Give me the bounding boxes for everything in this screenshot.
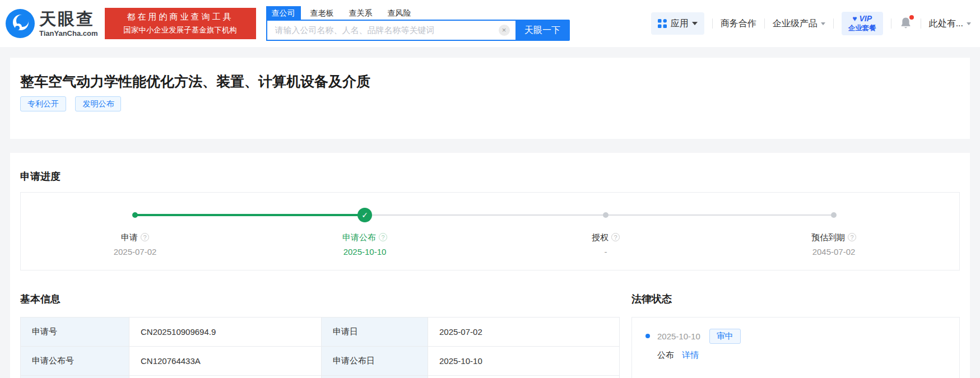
basic-info-section: 基本信息 申请号 CN202510909694.9 申请日 2025-07-02… [20, 292, 619, 378]
legal-event-label: 公布 [657, 350, 674, 360]
legal-status-section: 法律状态 2025-10-10 审中 公布 详情 [631, 292, 960, 378]
application-progress-timeline: ✓ 申请? 2025-07-02 申请公布? 2025-10-10 授权? - … [20, 192, 960, 270]
apps-dropdown[interactable]: 应用 [651, 12, 704, 35]
step-date: - [544, 247, 667, 256]
cell-label: 申请号 [21, 318, 129, 347]
top-bar: 天眼查 TianYanCha.com 都在用的商业查询工具 国家中小企业发展子基… [0, 0, 980, 47]
vip-package-label: 企业套餐 [848, 24, 876, 33]
nav-divider [712, 18, 713, 29]
cell-value [129, 376, 322, 378]
nav-divider [891, 18, 891, 29]
search-tab-risk[interactable]: 查风险 [382, 6, 417, 20]
promo-banner-line2: 国家中小企业发展子基金旗下机构 [105, 25, 256, 35]
table-row: 申请公布号 CN120764433A 申请公布日 2025-10-10 [21, 347, 620, 376]
brand-name: 天眼查 [39, 10, 98, 28]
search-tab-relation[interactable]: 查关系 [343, 6, 378, 20]
nav-biz-cooperation[interactable]: 商务合作 [721, 18, 756, 30]
cell-label: 申请公布号 [21, 347, 129, 376]
search-tab-boss[interactable]: 查老板 [305, 6, 340, 20]
search-input[interactable]: 请输入公司名称、人名、品牌名称等关键词 × [266, 20, 515, 41]
status-badge[interactable]: 审中 [709, 329, 741, 344]
nav-enterprise-products[interactable]: 企业级产品 [773, 18, 825, 30]
search-tab-company[interactable]: 查公司 [266, 6, 301, 20]
chevron-down-icon [821, 22, 825, 25]
table-row: 申请号 CN202510909694.9 申请日 2025-07-02 [21, 318, 620, 347]
vip-heart-icon: ♥ [852, 14, 859, 23]
chevron-down-icon [692, 22, 698, 25]
cell-label: 申请日 [322, 318, 428, 347]
cell-value [428, 376, 620, 378]
vip-label: VIP [859, 14, 872, 23]
cell-label [21, 376, 129, 378]
badge-invention-publication[interactable]: 发明公布 [75, 96, 121, 111]
nav-divider [833, 18, 834, 29]
step-date: 2045-07-02 [772, 247, 895, 256]
promo-banner-line1: 都在用的商业查询工具 [105, 12, 256, 22]
legal-detail-link[interactable]: 详情 [682, 350, 699, 360]
patent-detail-card: 申请进度 ✓ 申请? 2025-07-02 申请公布? 2025-10-10 授… [10, 153, 970, 378]
page-title: 整车空气动力学性能优化方法、装置、计算机设备及介质 [20, 72, 960, 91]
nav-divider [921, 18, 921, 29]
enterprise-products-label: 企业级产品 [773, 18, 818, 30]
user-more-label: 此处有... [929, 18, 963, 30]
legal-status-heading: 法律状态 [631, 292, 960, 306]
brand-domain: TianYanCha.com [39, 29, 98, 38]
timeline-step-publication: 申请公布? 2025-10-10 [303, 232, 426, 256]
cell-value: CN120764433A [129, 347, 322, 376]
basic-info-table: 申请号 CN202510909694.9 申请日 2025-07-02 申请公布… [20, 317, 620, 378]
nav-divider [764, 18, 765, 29]
timeline-step-apply: 申请? 2025-07-02 [73, 232, 197, 256]
step-date: 2025-07-02 [73, 247, 197, 256]
cell-label: 申请公布日 [322, 347, 428, 376]
cell-label [322, 376, 428, 378]
help-icon[interactable]: ? [141, 233, 149, 241]
tianyancha-logo-icon [6, 9, 35, 38]
table-row [21, 376, 620, 378]
tianyancha-logo[interactable]: 天眼查 TianYanCha.com [6, 9, 98, 38]
help-icon[interactable]: ? [848, 233, 856, 241]
timeline-dot-grant [603, 212, 609, 218]
nav-user-more[interactable]: 此处有... [929, 18, 971, 30]
timeline-dot-expiry [831, 212, 837, 218]
cell-value: CN202510909694.9 [129, 318, 322, 347]
clear-icon[interactable]: × [499, 25, 510, 36]
legal-status-date: 2025-10-10 [657, 332, 700, 341]
step-label: 授权 [592, 232, 609, 242]
timeline-segment-pending [365, 214, 834, 216]
search-placeholder: 请输入公司名称、人名、品牌名称等关键词 [275, 25, 499, 36]
biz-cooperation-label: 商务合作 [721, 18, 756, 30]
basic-info-heading: 基本信息 [20, 292, 619, 306]
step-label: 申请公布 [342, 232, 376, 242]
timeline-dot-apply [132, 212, 138, 218]
step-label: 预估到期 [811, 232, 845, 242]
search-area: 查公司 查老板 查关系 查风险 请输入公司名称、人名、品牌名称等关键词 × 天眼… [266, 6, 570, 41]
timeline-segment-done [135, 214, 365, 216]
vip-package-button[interactable]: ♥ VIP 企业套餐 [842, 12, 883, 35]
legal-status-box: 2025-10-10 审中 公布 详情 [631, 317, 960, 378]
timeline-check-icon: ✓ [357, 208, 372, 222]
help-icon[interactable]: ? [379, 233, 387, 241]
badge-patent-public[interactable]: 专利公开 [20, 96, 66, 111]
chevron-down-icon [967, 22, 971, 25]
timeline-step-grant: 授权? - [544, 232, 667, 256]
bullet-dot-icon [645, 334, 650, 338]
apps-label: 应用 [671, 18, 689, 30]
timeline-step-expiry: 预估到期? 2045-07-02 [772, 232, 895, 256]
legal-status-item: 2025-10-10 审中 [645, 328, 948, 344]
search-tabs: 查公司 查老板 查关系 查风险 [266, 6, 570, 20]
cell-value: 2025-07-02 [428, 318, 620, 347]
notification-dot [909, 15, 914, 20]
cell-value: 2025-10-10 [428, 347, 620, 376]
top-nav: 应用 商务合作 企业级产品 ♥ VIP 企业套餐 此处有... [651, 12, 971, 35]
notification-bell-icon[interactable] [899, 16, 913, 31]
step-date: 2025-10-10 [303, 247, 426, 256]
promo-banner: 都在用的商业查询工具 国家中小企业发展子基金旗下机构 [105, 8, 256, 39]
progress-heading: 申请进度 [20, 153, 960, 183]
apps-grid-icon [658, 19, 667, 28]
step-label: 申请 [121, 232, 138, 242]
help-icon[interactable]: ? [611, 233, 620, 241]
patent-title-section: 整车空气动力学性能优化方法、装置、计算机设备及介质 专利公开 发明公布 [10, 58, 970, 139]
search-button[interactable]: 天眼一下 [515, 20, 570, 41]
